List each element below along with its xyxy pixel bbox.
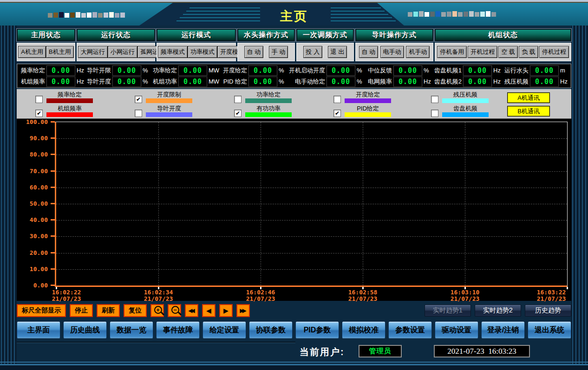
startup-opening-unit: %: [355, 67, 365, 74]
data-overview-button[interactable]: 数据一览: [110, 321, 153, 339]
unit-freq-curve-legend-item: ✔机组频率: [35, 105, 93, 117]
logo-pixel: [458, 12, 463, 17]
opening-limit-curve-checkbox[interactable]: ✔: [135, 96, 142, 103]
head-auto-button[interactable]: 自 动: [244, 46, 264, 58]
y-tick-label: 70.00: [19, 168, 48, 175]
linkage-params-button[interactable]: 协联参数: [249, 321, 293, 339]
parameter-settings-button[interactable]: 参数设置: [388, 321, 432, 339]
gear-freq-curve-checkbox[interactable]: [431, 110, 438, 117]
y-tick: [51, 219, 55, 221]
electric-manual-setpoint-label: 电手动给定: [287, 78, 327, 86]
y-tick-label: 40.00: [19, 216, 48, 223]
mid-position-feedback-label: 中位反馈: [366, 66, 393, 75]
login-logout-button[interactable]: 登录/注销: [481, 321, 525, 339]
logo-pixel: [425, 12, 429, 17]
history-trend-button[interactable]: 历史趋势: [525, 305, 571, 317]
on-load-button[interactable]: 负 载: [519, 46, 538, 58]
opening-setpoint-value: 0.00: [248, 65, 277, 76]
pid-setpoint-curve-color-bar: [345, 112, 391, 117]
fast-forward-button[interactable]: ▶▶: [236, 304, 250, 317]
opening-limit-curve-legend-label: 开度限制: [157, 91, 181, 98]
reset-button[interactable]: 复位: [124, 304, 147, 317]
mid-position-feedback-value: 0.00: [393, 65, 422, 76]
gear-freq-curve-legend-item: 齿盘机频: [431, 105, 489, 117]
drive-settings-button[interactable]: 驱动设置: [435, 321, 478, 339]
power-setpoint-curve-legend-label: 功率给定: [256, 91, 281, 98]
zoom-out-button[interactable]: −: [168, 304, 181, 317]
y-tick: [51, 187, 55, 188]
vane-auto-button[interactable]: 自 动: [359, 46, 379, 58]
no-load-button[interactable]: 空 载: [498, 46, 518, 58]
unit-b-comm-button[interactable]: B机通讯: [507, 106, 550, 117]
x-tick-date: 21/07/23: [451, 296, 480, 302]
logo-pixel: [408, 12, 412, 17]
head-manual-button[interactable]: 手 动: [269, 46, 288, 58]
startup-opening-value: 0.00: [327, 65, 355, 76]
freq-setpoint-curve-legend: 频率给定: [46, 91, 93, 103]
power-setpoint-curve-checkbox[interactable]: [234, 96, 242, 103]
exit-system-button[interactable]: 退出系统: [528, 321, 571, 339]
logo-pixel: [115, 13, 119, 18]
freq-setpoint-curve-checkbox[interactable]: [35, 96, 43, 103]
shutdown-process-button[interactable]: 停机过程: [539, 46, 569, 58]
zoom-in-button[interactable]: +: [150, 304, 164, 317]
opening-setpoint-curve-color-bar: [345, 98, 391, 103]
vane-electric-manual-button[interactable]: 电手动: [380, 46, 404, 58]
main-nav: 主界面历史曲线数据一览事件故障给定设置协联参数PID参数模拟校准参数设置驱动设置…: [17, 320, 571, 340]
residual-freq-curve-checkbox[interactable]: [431, 96, 438, 103]
mid-position-feedback-field: 中位反馈0.00%: [366, 65, 432, 76]
group-operation-mode: 运行模式频率模式功率模式开度模式: [157, 29, 236, 61]
history-curves-button[interactable]: 历史曲线: [63, 321, 107, 339]
pid-params-button[interactable]: PID参数: [295, 321, 339, 339]
fast-backward-button[interactable]: ◀◀: [185, 304, 198, 317]
x-tick-date: 21/07/23: [144, 296, 173, 302]
x-tick-time: 16:02:22: [52, 289, 81, 296]
analog-calibration-button[interactable]: 模拟校准: [342, 321, 385, 339]
main-screen-button[interactable]: 主界面: [17, 321, 60, 339]
unit-a-comm-button[interactable]: A机通讯: [507, 92, 550, 103]
pfr-in-button[interactable]: 投 入: [303, 46, 323, 58]
unit-frequency-label: 机组频率: [20, 78, 46, 86]
opening-setpoint-curve-checkbox[interactable]: [333, 96, 341, 103]
current-user-value: 管理员: [359, 345, 402, 357]
realtime-trend-2-button[interactable]: 实时趋势2: [475, 305, 521, 317]
unit-a-master-button[interactable]: A机主用: [18, 46, 46, 58]
x-gridline: [465, 122, 465, 286]
stop-button[interactable]: 停止: [70, 304, 93, 317]
frequency-mode-button[interactable]: 频率模式: [158, 46, 188, 58]
power-setpoint-value: 0.00: [178, 65, 207, 76]
step-backward-button[interactable]: ◀: [202, 304, 216, 317]
vane-opening-curve-checkbox[interactable]: [135, 110, 142, 117]
vane-mechanical-manual-button[interactable]: 机手动: [406, 46, 430, 58]
x-tick-time: 16:03:22: [537, 289, 566, 296]
step-forward-button[interactable]: ▶: [219, 304, 233, 317]
header-lines-left: [176, 7, 260, 21]
logo-pixel: [436, 11, 440, 17]
startup-process-button[interactable]: 开机过程: [468, 46, 497, 58]
large-grid-run-button[interactable]: 大网运行: [78, 46, 108, 58]
status-bar: 当前用户: 管理员 2021-07-23 16:03:23: [0, 344, 588, 360]
pid-setpoint-curve-checkbox[interactable]: ✔: [333, 110, 341, 117]
x-tick: [567, 287, 568, 289]
standby-button[interactable]: 停机备用: [437, 46, 467, 58]
y-tick-label: 30.00: [19, 233, 48, 240]
pfr-out-button[interactable]: 退 出: [328, 46, 347, 58]
measurement-row-1: 频率给定0.00Hz导叶开限0.00%功率给定0.00MW开度给定0.00%开机…: [20, 65, 568, 76]
power-mode-button[interactable]: 功率模式: [188, 46, 217, 58]
setpoint-settings-button[interactable]: 给定设置: [203, 321, 246, 339]
group-header-operation-status: 运行状态: [77, 29, 155, 41]
small-grid-run-button[interactable]: 小网运行: [108, 46, 137, 58]
y-tick: [51, 268, 55, 270]
realtime-trend-1-button[interactable]: 实时趋势1: [425, 305, 471, 317]
measurement-panel: 频率给定0.00Hz导叶开限0.00%功率给定0.00MW开度给定0.00%开机…: [17, 64, 571, 88]
show-all-rulers-button[interactable]: 标尺全部显示: [17, 304, 66, 317]
events-faults-button[interactable]: 事件故障: [156, 321, 200, 339]
x-tick-label: 16:02:4621/07/23: [246, 289, 275, 302]
group-header-master-status: 主用状态: [17, 29, 75, 41]
refresh-button[interactable]: 刷新: [97, 304, 120, 317]
x-gridline: [158, 122, 159, 286]
active-power-curve-checkbox[interactable]: ✔: [234, 110, 242, 117]
unit-b-master-button[interactable]: B机主用: [46, 46, 74, 58]
unit-freq-curve-checkbox[interactable]: ✔: [35, 110, 43, 117]
vane-opening-limit-field: 导叶开限0.00%: [85, 65, 151, 76]
